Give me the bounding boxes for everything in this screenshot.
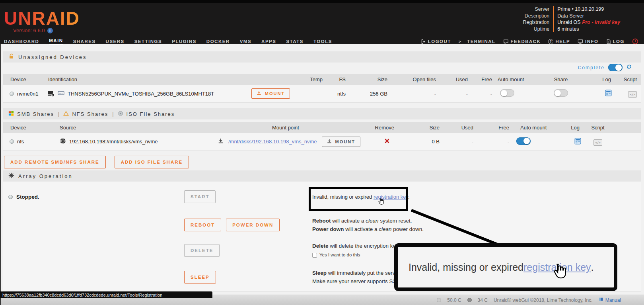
tab-nfs-shares[interactable]: NFS Shares — [63, 111, 108, 117]
nav-log[interactable]: LOG — [606, 39, 625, 44]
mount-icon — [327, 139, 332, 145]
unraid-logo: UNRAID — [4, 8, 80, 29]
tab-separator: | — [58, 111, 59, 117]
nav-apps[interactable]: APPS — [261, 39, 276, 44]
book-icon — [599, 297, 603, 303]
nav-log-label: LOG — [613, 39, 625, 44]
col-temp: Temp — [294, 76, 323, 82]
start-button[interactable]: START — [184, 190, 216, 203]
share-status-dot — [10, 139, 14, 144]
nav-help-label: HELP — [555, 39, 570, 44]
manual-link[interactable]: Manual — [599, 297, 621, 303]
nav-settings[interactable]: SETTINGS — [134, 39, 162, 44]
col-script: Script — [616, 76, 637, 82]
nav-dashboard[interactable]: DASHBOARD — [4, 39, 39, 44]
terminal-icon: >_ — [459, 39, 465, 44]
server-info-value: Prime • 10.10.20.199 — [553, 6, 620, 13]
nfs-share-row: nfs 192.168.10.198://mnt/disks/vms_nvme … — [3, 133, 641, 151]
auto-mount-toggle[interactable] — [500, 89, 514, 97]
nav-stats[interactable]: STATS — [286, 39, 304, 44]
device-identification[interactable]: THNSN5256GPUK_NVMe_TOSHIBA_256GB_86LS10M… — [68, 91, 214, 97]
array-status-dot — [8, 195, 13, 199]
col-identification: Identification — [41, 76, 248, 82]
device-name[interactable]: nvme0n1 — [17, 91, 38, 97]
sleep-button[interactable]: SLEEP — [184, 271, 216, 283]
nav-terminal[interactable]: >_ TERMINAL — [459, 39, 496, 44]
cell-free: - — [469, 91, 494, 97]
nav-logout-label: LOGOUT — [428, 39, 451, 44]
link-preview-statusbar: https://f75638aa12fb340c8dcdd63d6f1ffd73… — [0, 291, 212, 298]
nav-users[interactable]: USERS — [106, 39, 125, 44]
delete-confirm-checkbox[interactable] — [312, 253, 317, 258]
add-iso-share-button[interactable]: ADD ISO FILE SHARE — [115, 156, 189, 168]
disk-add-icon[interactable] — [47, 90, 54, 98]
col-used: Used — [443, 125, 477, 131]
cell-fs: ntfs — [323, 91, 347, 97]
tab-smb-shares[interactable]: SMB Shares — [8, 111, 54, 117]
log-view-icon[interactable] — [574, 140, 581, 146]
tab-smb-label: SMB Shares — [17, 111, 54, 117]
logout-icon — [421, 39, 426, 44]
info-monitor-icon — [578, 39, 583, 44]
delete-button[interactable]: DELETE — [184, 244, 220, 257]
download-icon — [218, 138, 224, 145]
mount-icon — [257, 91, 261, 96]
section-title: Unassigned Devices — [18, 54, 87, 60]
registration-message-end: . — [408, 194, 410, 200]
feedback-icon — [503, 39, 509, 44]
nav-docker[interactable]: DOCKER — [206, 39, 230, 44]
share-actions: ADD REMOTE SMB/NFS SHARE ADD ISO FILE SH… — [4, 156, 189, 168]
cell-size: 0 B — [395, 139, 443, 145]
nav-tools[interactable]: TOOLS — [313, 39, 332, 44]
nav-feedback[interactable]: FEEDBACK — [503, 39, 541, 44]
script-icon[interactable]: </> — [628, 91, 637, 98]
col-mount-point: Mount point — [214, 125, 357, 131]
section-shares-tabs: SMB Shares | NFS Shares | ISO File Share… — [3, 108, 641, 119]
mouse-cursor-icon-large — [551, 263, 568, 281]
nav-terminal-label: TERMINAL — [467, 39, 495, 44]
script-icon[interactable]: </> — [593, 139, 602, 146]
version-label: Version: 6.6.0 — [13, 27, 45, 33]
version-info-icon[interactable]: i — [47, 28, 53, 33]
nav-vms[interactable]: VMS — [240, 39, 251, 44]
link-preview-url: https://f75638aa12fb340c8dcdd63d6f1ffd73… — [2, 293, 162, 297]
log-view-icon[interactable] — [605, 92, 612, 98]
nav-help[interactable]: ? HELP — [548, 39, 570, 44]
tab-separator: | — [112, 111, 113, 117]
cell-free: - — [477, 139, 512, 145]
asterisk-icon — [8, 172, 14, 180]
share-source: 192.168.10.198://mnt/disks/vms_nvme — [69, 139, 158, 145]
unassigned-table-header: Device Identification Temp FS Size Open … — [3, 74, 641, 85]
mount-button[interactable]: MOUNT — [251, 88, 290, 99]
complete-toggle[interactable] — [608, 64, 623, 71]
iso-globe-icon — [118, 111, 123, 117]
nav-info[interactable]: INFO — [578, 39, 598, 44]
nav-plugins[interactable]: PLUGINS — [172, 39, 197, 44]
smb-windows-icon — [8, 111, 14, 117]
top-header: UNRAID Version: 6.6.0 i Server Prime • 1… — [0, 0, 644, 44]
server-info-label: Server — [523, 6, 553, 13]
power-down-button[interactable]: POWER DOWN — [226, 219, 280, 231]
tab-iso-label: ISO File Shares — [126, 111, 175, 117]
tab-iso-shares[interactable]: ISO File Shares — [118, 111, 175, 117]
unassigned-device-row: nvme0n1 THNSN5256GPUK_NVMe_TOSHIBA_256GB… — [3, 85, 641, 103]
refresh-icon[interactable] — [626, 64, 632, 71]
add-remote-share-button[interactable]: ADD REMOTE SMB/NFS SHARE — [4, 156, 106, 168]
share-mount-button[interactable]: MOUNT — [322, 137, 360, 147]
server-info-label: Registration — [523, 19, 553, 26]
reboot-button[interactable]: REBOOT — [184, 219, 221, 231]
nav-shares[interactable]: SHARES — [73, 39, 96, 44]
nav-logout[interactable]: LOGOUT — [421, 39, 451, 44]
share-device-name[interactable]: nfs — [17, 139, 24, 145]
col-source: Source — [55, 125, 214, 131]
callout-connector-line — [408, 208, 502, 247]
mount-point-link[interactable]: /mnt/disks/192.168.10.198_vms_nvme — [228, 139, 317, 145]
mouse-cursor-icon — [377, 197, 385, 207]
server-info-value: Data Server — [553, 13, 620, 20]
nav-main[interactable]: MAIN — [49, 38, 63, 45]
section-array-operation: Array Operation — [3, 170, 641, 182]
share-toggle[interactable] — [554, 89, 568, 97]
remove-x-icon[interactable] — [385, 139, 389, 145]
share-auto-mount-toggle[interactable] — [516, 137, 531, 145]
alert-notification-icon[interactable] — [632, 38, 638, 45]
